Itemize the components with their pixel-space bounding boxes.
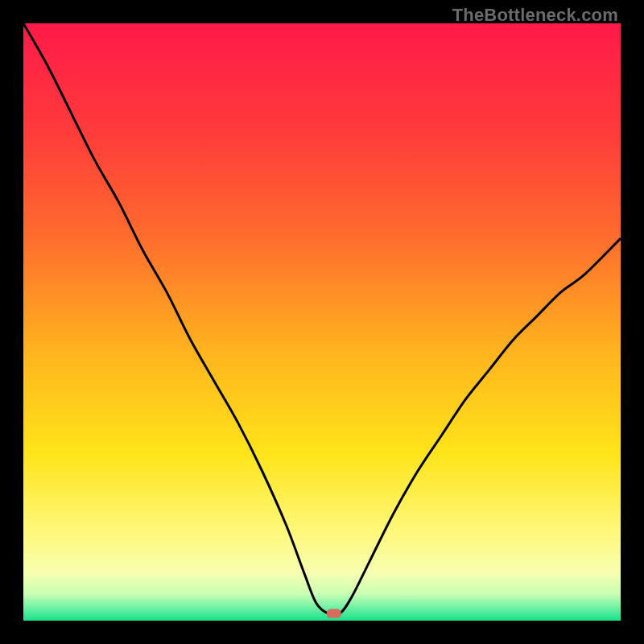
plot-area bbox=[23, 23, 621, 621]
chart-frame: TheBottleneck.com bbox=[0, 0, 644, 644]
optimum-marker bbox=[327, 609, 341, 618]
chart-svg bbox=[23, 23, 621, 621]
